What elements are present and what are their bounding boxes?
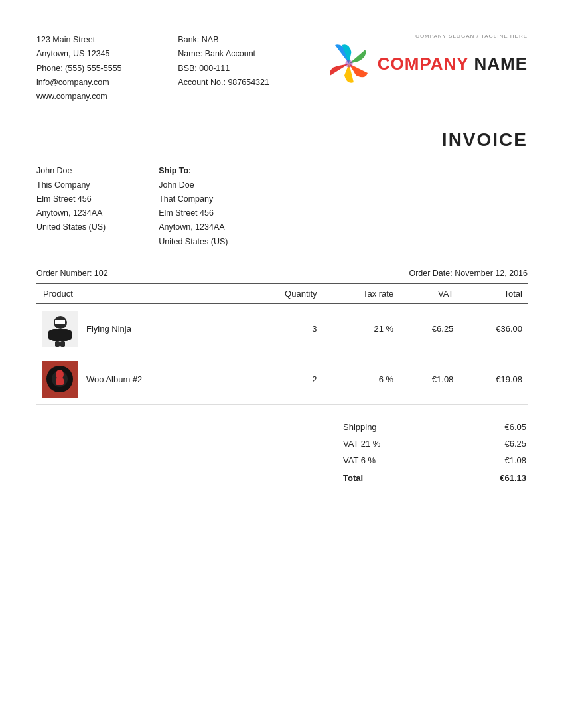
svg-rect-3 <box>55 320 65 324</box>
ship-to-company: That Company <box>159 192 228 206</box>
bank-name: Name: Bank Account <box>178 47 269 61</box>
col-tax-rate: Tax rate <box>322 283 399 303</box>
totals-shipping-row: Shipping €6.05 <box>343 419 526 435</box>
ship-to-label: Ship To: <box>159 164 228 178</box>
vat6-value: €1.08 <box>451 453 526 468</box>
svg-rect-8 <box>60 341 65 347</box>
svg-point-0 <box>345 60 352 67</box>
bill-to-city: Anytown, 1234AA <box>36 206 106 220</box>
col-total: Total <box>458 283 528 303</box>
bill-to-block: John Doe This Company Elm Street 456 Any… <box>36 164 106 249</box>
bill-to-company: This Company <box>36 179 106 192</box>
col-product: Product <box>36 283 243 303</box>
shipping-value: €6.05 <box>451 419 526 435</box>
tax-rate-cell: 21 % <box>322 303 399 354</box>
svg-rect-16 <box>56 378 64 385</box>
table-header: Product Quantity Tax rate VAT Total <box>36 283 528 303</box>
bank-bsb: BSB: 000-111 <box>178 62 269 76</box>
product-image <box>42 361 78 398</box>
total-cell: €36.00 <box>458 303 528 354</box>
ship-to-street: Elm Street 456 <box>159 206 228 220</box>
bill-to-country: United States (US) <box>36 220 106 234</box>
vat-cell: €6.25 <box>399 303 458 354</box>
product-name: Woo Album #2 <box>86 374 142 384</box>
total-value: €61.13 <box>451 469 526 487</box>
page-header: 123 Main Street Anytown, US 12345 Phone:… <box>36 33 528 104</box>
address-line3: Phone: (555) 555-5555 <box>36 62 122 76</box>
order-number: Order Number: 102 <box>36 269 108 278</box>
product-cell: Flying Ninja <box>36 303 243 354</box>
address-line5: www.company.com <box>36 90 122 104</box>
svg-rect-4 <box>52 329 68 341</box>
totals-section: Shipping €6.05 VAT 21 % €6.25 VAT 6 % €1… <box>36 418 528 488</box>
vat21-value: €6.25 <box>451 436 526 451</box>
quantity-cell: 3 <box>243 303 322 354</box>
shipping-label: Shipping <box>343 419 450 435</box>
billing-shipping-section: John Doe This Company Elm Street 456 Any… <box>36 164 528 249</box>
vat21-label: VAT 21 % <box>343 436 450 451</box>
svg-rect-7 <box>55 341 60 347</box>
invoice-title: INVOICE <box>36 129 528 151</box>
ship-to-country: United States (US) <box>159 235 228 249</box>
header-divider <box>36 117 528 117</box>
quantity-cell: 2 <box>243 354 322 404</box>
col-quantity: Quantity <box>243 283 322 303</box>
bank-account: Account No.: 987654321 <box>178 76 269 90</box>
col-vat: VAT <box>399 283 458 303</box>
bank-label: Bank: NAB <box>178 33 269 47</box>
company-logo-area: COMPANY SLOGAN / TAGLINE HERE <box>326 33 528 87</box>
product-name: Flying Ninja <box>86 324 131 334</box>
order-date: Order Date: November 12, 2016 <box>409 269 528 278</box>
svg-rect-6 <box>66 330 72 340</box>
pinwheel-logo-icon <box>326 40 372 87</box>
company-address: 123 Main Street Anytown, US 12345 Phone:… <box>36 33 122 104</box>
table-row: Woo Album #2 2 6 % €1.08 €19.08 <box>36 354 528 404</box>
product-cell: Woo Album #2 <box>36 354 243 404</box>
table-body: Flying Ninja 3 21 % €6.25 €36.00 <box>36 303 528 404</box>
total-label: Total <box>343 469 450 487</box>
company-name-colored: COMPANY <box>378 54 469 74</box>
company-name-text: COMPANY NAME <box>378 54 528 74</box>
order-info: Order Number: 102 Order Date: November 1… <box>36 269 528 278</box>
invoice-table: Product Quantity Tax rate VAT Total <box>36 283 528 405</box>
logo-and-name: COMPANY NAME <box>326 40 528 87</box>
bill-to-street: Elm Street 456 <box>36 192 106 206</box>
svg-point-15 <box>56 370 64 379</box>
ship-to-block: Ship To: John Doe That Company Elm Stree… <box>159 164 228 249</box>
address-line4: info@company.com <box>36 76 122 90</box>
company-slogan: COMPANY SLOGAN / TAGLINE HERE <box>415 33 528 39</box>
totals-total-row: Total €61.13 <box>343 469 526 487</box>
total-cell: €19.08 <box>458 354 528 404</box>
tax-rate-cell: 6 % <box>322 354 399 404</box>
product-image <box>42 311 78 347</box>
totals-vat21-row: VAT 21 % €6.25 <box>343 436 526 451</box>
bill-to-name: John Doe <box>36 164 106 178</box>
ship-to-city: Anytown, 1234AA <box>159 220 228 234</box>
bank-info: Bank: NAB Name: Bank Account BSB: 000-11… <box>178 33 269 90</box>
vat6-label: VAT 6 % <box>343 453 450 468</box>
svg-rect-5 <box>48 330 54 340</box>
totals-vat6-row: VAT 6 % €1.08 <box>343 453 526 468</box>
company-name-rest: NAME <box>468 54 528 74</box>
vat-cell: €1.08 <box>399 354 458 404</box>
table-row: Flying Ninja 3 21 % €6.25 €36.00 <box>36 303 528 354</box>
address-line2: Anytown, US 12345 <box>36 47 122 61</box>
address-line1: 123 Main Street <box>36 33 122 47</box>
ship-to-name: John Doe <box>159 179 228 192</box>
totals-table: Shipping €6.05 VAT 21 % €6.25 VAT 6 % €1… <box>342 418 528 488</box>
